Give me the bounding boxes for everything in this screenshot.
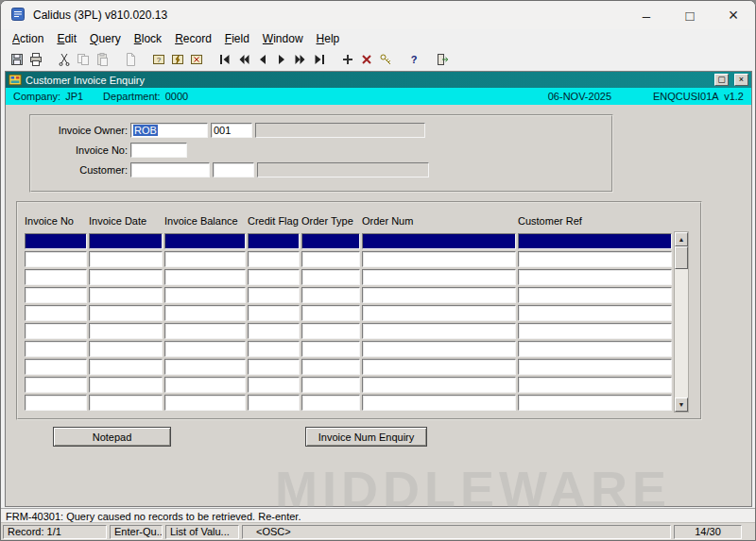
table-cell[interactable] — [362, 287, 516, 303]
table-row[interactable] — [25, 269, 672, 285]
table-cell[interactable] — [89, 359, 163, 375]
table-row[interactable] — [25, 233, 672, 249]
menu-block[interactable]: Block — [128, 31, 168, 46]
maximize-icon[interactable]: □ — [668, 1, 712, 29]
previous-record-icon[interactable] — [253, 50, 272, 68]
table-cell[interactable] — [25, 377, 87, 393]
table-row[interactable] — [25, 341, 672, 357]
table-cell[interactable] — [25, 269, 87, 285]
table-cell[interactable] — [248, 251, 300, 267]
table-cell[interactable] — [248, 323, 300, 339]
mdi-close-icon[interactable]: × — [734, 74, 748, 86]
invoice-num-enquiry-button[interactable]: Invoice Num Enquiry — [305, 427, 427, 447]
print-icon[interactable] — [26, 50, 45, 68]
table-cell[interactable] — [362, 323, 516, 339]
table-cell[interactable] — [89, 395, 163, 411]
menu-edit[interactable]: Edit — [50, 31, 83, 46]
table-row[interactable] — [25, 377, 672, 393]
table-cell[interactable] — [362, 233, 516, 249]
table-cell[interactable] — [25, 341, 87, 357]
table-cell[interactable] — [25, 233, 87, 249]
table-cell[interactable] — [25, 395, 87, 411]
table-cell[interactable] — [248, 269, 300, 285]
table-cell[interactable] — [301, 251, 360, 267]
table-cell[interactable] — [25, 323, 87, 339]
exit-icon[interactable] — [433, 50, 452, 68]
next-record-icon[interactable] — [272, 50, 291, 68]
table-cell[interactable] — [164, 305, 246, 321]
table-cell[interactable] — [164, 359, 246, 375]
customer-code-input[interactable] — [213, 162, 254, 178]
menu-action[interactable]: Action — [6, 31, 50, 46]
menu-record[interactable]: Record — [168, 31, 218, 46]
first-record-icon[interactable] — [215, 50, 234, 68]
table-cell[interactable] — [362, 359, 516, 375]
table-cell[interactable] — [518, 305, 672, 321]
table-row[interactable] — [25, 395, 672, 411]
menu-help[interactable]: Help — [310, 31, 347, 46]
table-cell[interactable] — [248, 233, 300, 249]
table-cell[interactable] — [89, 287, 163, 303]
table-cell[interactable] — [248, 287, 300, 303]
table-cell[interactable] — [25, 251, 87, 267]
mdi-restore-icon[interactable]: ▢ — [714, 74, 729, 86]
table-cell[interactable] — [518, 395, 672, 411]
table-cell[interactable] — [248, 359, 300, 375]
table-cell[interactable] — [164, 287, 246, 303]
vertical-scrollbar[interactable]: ▲ ▼ — [674, 231, 689, 413]
table-row[interactable] — [25, 287, 672, 303]
enter-query-icon[interactable]: ? — [149, 50, 168, 68]
table-cell[interactable] — [89, 341, 163, 357]
insert-record-icon[interactable] — [338, 50, 357, 68]
table-cell[interactable] — [301, 233, 360, 249]
previous-block-icon[interactable] — [234, 50, 253, 68]
table-row[interactable] — [25, 305, 672, 321]
last-record-icon[interactable] — [310, 50, 329, 68]
table-cell[interactable] — [89, 305, 163, 321]
table-cell[interactable] — [362, 377, 516, 393]
table-cell[interactable] — [301, 377, 360, 393]
copy-icon[interactable] — [74, 50, 93, 68]
table-cell[interactable] — [89, 233, 163, 249]
table-cell[interactable] — [89, 269, 163, 285]
table-cell[interactable] — [362, 341, 516, 357]
table-cell[interactable] — [518, 359, 672, 375]
minimize-icon[interactable]: – — [625, 1, 668, 29]
table-cell[interactable] — [89, 251, 163, 267]
table-cell[interactable] — [362, 395, 516, 411]
edit-icon[interactable] — [121, 50, 140, 68]
table-cell[interactable] — [518, 269, 672, 285]
table-cell[interactable] — [89, 377, 163, 393]
table-cell[interactable] — [301, 323, 360, 339]
menu-window[interactable]: Window — [256, 31, 310, 46]
table-cell[interactable] — [164, 395, 246, 411]
table-cell[interactable] — [248, 395, 300, 411]
customer-input[interactable] — [130, 162, 210, 178]
table-cell[interactable] — [89, 323, 163, 339]
scroll-thumb[interactable] — [675, 246, 688, 269]
scroll-down-icon[interactable]: ▼ — [675, 397, 688, 412]
table-cell[interactable] — [248, 341, 300, 357]
invoice-owner-code-input[interactable]: 001 — [211, 123, 252, 138]
table-cell[interactable] — [518, 377, 672, 393]
remove-record-icon[interactable] — [357, 50, 376, 68]
help-icon[interactable]: ? — [404, 50, 423, 68]
table-cell[interactable] — [25, 305, 87, 321]
close-icon[interactable]: × — [712, 1, 755, 29]
table-cell[interactable] — [164, 269, 246, 285]
cancel-query-icon[interactable] — [187, 50, 206, 68]
execute-query-icon[interactable] — [168, 50, 187, 68]
table-cell[interactable] — [518, 287, 672, 303]
table-row[interactable] — [25, 251, 672, 267]
table-cell[interactable] — [518, 341, 672, 357]
table-cell[interactable] — [164, 323, 246, 339]
table-row[interactable] — [25, 359, 672, 375]
table-cell[interactable] — [248, 377, 300, 393]
table-cell[interactable] — [301, 341, 360, 357]
table-cell[interactable] — [518, 233, 672, 249]
paste-icon[interactable] — [93, 50, 112, 68]
table-cell[interactable] — [248, 305, 300, 321]
table-cell[interactable] — [301, 395, 360, 411]
lock-record-icon[interactable] — [376, 50, 395, 68]
table-cell[interactable] — [301, 359, 360, 375]
